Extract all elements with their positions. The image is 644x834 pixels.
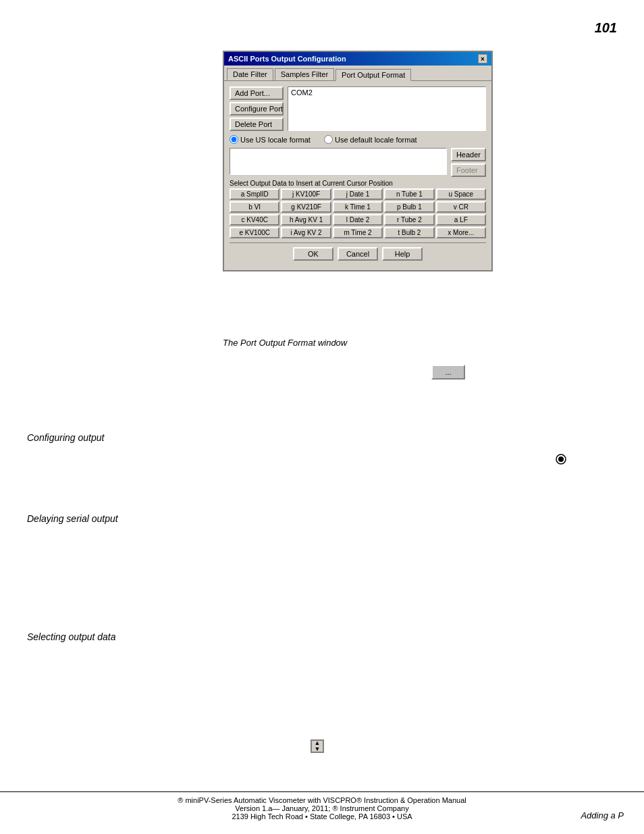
cancel-button[interactable]: Cancel — [338, 247, 378, 261]
spinner-icon: ▲ ▼ — [311, 739, 324, 753]
page-footer: ® miniPV-Series Automatic Viscometer wit… — [0, 791, 644, 820]
insert-btn-12[interactable]: l Date 2 — [333, 214, 383, 226]
insert-grid: a SmplID j KV100F j Date 1 n Tube 1 u Sp… — [230, 188, 486, 238]
insert-btn-6[interactable]: g KV210F — [281, 201, 331, 213]
insert-btn-9[interactable]: v CR — [436, 201, 486, 213]
add-port-button[interactable]: Add Port... — [230, 86, 284, 100]
insert-btn-7[interactable]: k Time 1 — [333, 201, 383, 213]
insert-btn-0[interactable]: a SmplID — [230, 188, 279, 200]
svg-point-1 — [558, 457, 564, 462]
delete-port-button[interactable]: Delete Port — [230, 118, 284, 131]
close-button[interactable]: × — [478, 54, 487, 63]
insert-btn-11[interactable]: h Avg KV 1 — [281, 214, 331, 226]
insert-btn-1[interactable]: j KV100F — [281, 188, 331, 200]
default-locale-radio[interactable] — [324, 135, 333, 144]
configure-port-button[interactable]: Configure Port — [230, 102, 284, 115]
default-locale-text: Use default locale format — [335, 136, 417, 144]
port-value: COM2 — [291, 88, 313, 97]
insert-btn-18[interactable]: t Bulb 2 — [384, 227, 434, 238]
insert-btn-15[interactable]: e KV100C — [230, 227, 279, 238]
insert-btn-10[interactable]: c KV40C — [230, 214, 279, 226]
tab-port-output-format[interactable]: Port Output Format — [336, 69, 411, 81]
insert-btn-5[interactable]: b VI — [230, 201, 279, 213]
dialog-window: ASCII Ports Output Configuration × Date … — [223, 51, 493, 271]
insert-btn-3[interactable]: n Tube 1 — [384, 188, 434, 200]
radio-icon — [556, 454, 566, 465]
ellipsis-button[interactable]: ... — [431, 365, 465, 380]
header-footer-area: Header Footer — [230, 148, 486, 177]
insert-btn-17[interactable]: m Time 2 — [333, 227, 383, 238]
us-locale-radio[interactable] — [230, 135, 238, 144]
port-buttons-col: Add Port... Configure Port Delete Port — [230, 86, 284, 131]
default-locale-label[interactable]: Use default locale format — [324, 135, 417, 144]
dialog-caption: The Port Output Format window — [223, 338, 347, 348]
footer-line1: ® miniPV-Series Automatic Viscometer wit… — [0, 796, 644, 804]
insert-btn-14[interactable]: a LF — [436, 214, 486, 226]
label-configuring-output: Configuring output — [27, 432, 104, 443]
port-display: COM2 — [288, 86, 486, 131]
dialog-footer: OK Cancel Help — [230, 242, 486, 265]
small-btn-wrapper: ... — [431, 365, 465, 380]
dialog-body: Add Port... Configure Port Delete Port C… — [224, 81, 491, 270]
us-locale-text: Use US locale format — [240, 136, 311, 144]
page-number: 101 — [595, 20, 617, 36]
top-row: Add Port... Configure Port Delete Port C… — [230, 86, 486, 131]
header-footer-buttons: Header Footer — [451, 148, 486, 177]
ascii-ports-dialog: ASCII Ports Output Configuration × Date … — [223, 51, 493, 271]
insert-btn-4[interactable]: u Space — [436, 188, 486, 200]
locale-row: Use US locale format Use default locale … — [230, 135, 486, 144]
tab-date-filter[interactable]: Date Filter — [227, 68, 273, 80]
us-locale-label[interactable]: Use US locale format — [230, 135, 311, 144]
footer-side-text: Adding a P — [581, 810, 624, 820]
header-button[interactable]: Header — [451, 148, 486, 161]
help-button[interactable]: Help — [382, 247, 423, 261]
tab-samples-filter[interactable]: Samples Filter — [275, 68, 334, 80]
footer-button[interactable]: Footer — [451, 163, 486, 177]
insert-btn-13[interactable]: r Tube 2 — [384, 214, 434, 226]
insert-btn-8[interactable]: p Bulb 1 — [384, 201, 434, 213]
footer-line3: 2139 High Tech Road • State College, PA … — [0, 812, 644, 820]
label-delaying-serial-output: Delaying serial output — [27, 513, 118, 524]
insert-btn-16[interactable]: i Avg KV 2 — [281, 227, 331, 238]
label-selecting-output-data: Selecting output data — [27, 631, 116, 642]
dialog-tabs: Date Filter Samples Filter Port Output F… — [224, 66, 491, 81]
header-text-area[interactable] — [230, 148, 447, 175]
footer-line2: Version 1.a— January, 2011; ® Instrument… — [0, 804, 644, 812]
dialog-titlebar: ASCII Ports Output Configuration × — [224, 52, 491, 66]
insert-label: Select Output Data to Insert at Current … — [230, 180, 486, 187]
insert-btn-2[interactable]: j Date 1 — [333, 188, 383, 200]
dialog-title: ASCII Ports Output Configuration — [228, 55, 346, 63]
insert-btn-19[interactable]: x More... — [436, 227, 486, 238]
ok-button[interactable]: OK — [293, 247, 333, 261]
